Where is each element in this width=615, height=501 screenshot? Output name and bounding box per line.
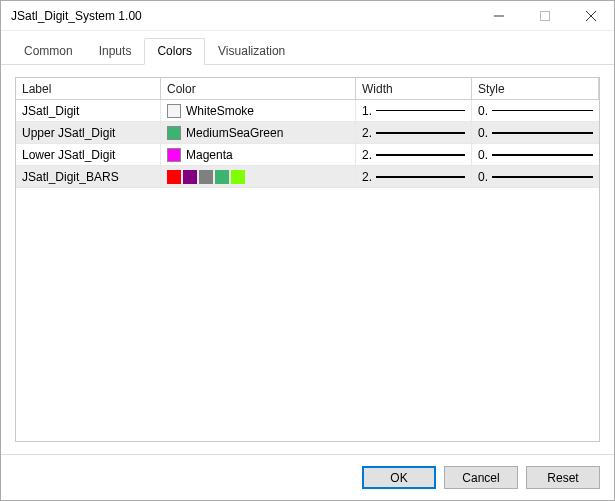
cell-label: JSatl_Digit [16,100,161,121]
cell-color[interactable] [161,166,356,187]
col-header-width[interactable]: Width [356,78,472,99]
cell-style[interactable]: 0. [472,100,599,121]
ok-button[interactable]: OK [362,466,436,489]
style-line-sample [492,154,593,156]
cell-label: Lower JSatl_Digit [16,144,161,165]
color-swatch [167,126,181,140]
style-value: 0. [478,170,488,184]
maximize-icon [522,1,568,30]
color-name: Magenta [186,148,233,162]
tab-content: Label Color Width Style JSatl_DigitWhite… [1,65,614,454]
cell-color[interactable]: MediumSeaGreen [161,122,356,143]
col-header-style[interactable]: Style [472,78,599,99]
minimize-icon[interactable] [476,1,522,30]
titlebar: JSatl_Digit_System 1.00 [1,1,614,31]
style-value: 0. [478,148,488,162]
style-line-sample [492,110,593,111]
cell-label: Upper JSatl_Digit [16,122,161,143]
col-header-color[interactable]: Color [161,78,356,99]
cell-color[interactable]: WhiteSmoke [161,100,356,121]
table-row[interactable]: Lower JSatl_DigitMagenta2.0. [16,144,599,166]
table-row[interactable]: Upper JSatl_DigitMediumSeaGreen2.0. [16,122,599,144]
dialog-window: JSatl_Digit_System 1.00 Common Inputs Co… [0,0,615,501]
width-value: 2. [362,170,372,184]
colors-table: Label Color Width Style JSatl_DigitWhite… [15,77,600,442]
color-name: MediumSeaGreen [186,126,283,140]
svg-rect-1 [541,11,550,20]
cell-style[interactable]: 0. [472,144,599,165]
color-swatch [167,148,181,162]
color-swatch [167,104,181,118]
color-swatch [167,170,181,184]
tab-common[interactable]: Common [11,38,86,65]
window-controls [476,1,614,30]
tab-visualization[interactable]: Visualization [205,38,298,65]
cell-label: JSatl_Digit_BARS [16,166,161,187]
color-swatch [231,170,245,184]
cell-width[interactable]: 2. [356,144,472,165]
tab-inputs[interactable]: Inputs [86,38,145,65]
cancel-button[interactable]: Cancel [444,466,518,489]
width-line-sample [376,154,465,156]
color-swatch [183,170,197,184]
style-line-sample [492,176,593,178]
cell-style[interactable]: 0. [472,166,599,187]
tab-colors[interactable]: Colors [144,38,205,65]
reset-button[interactable]: Reset [526,466,600,489]
width-value: 1. [362,104,372,118]
col-header-label[interactable]: Label [16,78,161,99]
color-swatch [199,170,213,184]
style-value: 0. [478,104,488,118]
width-value: 2. [362,126,372,140]
cell-width[interactable]: 1. [356,100,472,121]
table-header-row: Label Color Width Style [16,78,599,100]
dialog-footer: OK Cancel Reset [1,454,614,500]
style-line-sample [492,132,593,134]
tab-strip: Common Inputs Colors Visualization [1,31,614,65]
width-line-sample [376,176,465,178]
table-row[interactable]: JSatl_Digit_BARS2.0. [16,166,599,188]
cell-width[interactable]: 2. [356,166,472,187]
color-swatch [215,170,229,184]
cell-style[interactable]: 0. [472,122,599,143]
color-name: WhiteSmoke [186,104,254,118]
cell-color[interactable]: Magenta [161,144,356,165]
style-value: 0. [478,126,488,140]
multi-swatch [167,170,245,184]
width-line-sample [376,132,465,134]
close-icon[interactable] [568,1,614,30]
table-row[interactable]: JSatl_DigitWhiteSmoke1.0. [16,100,599,122]
width-line-sample [376,110,465,111]
cell-width[interactable]: 2. [356,122,472,143]
width-value: 2. [362,148,372,162]
window-title: JSatl_Digit_System 1.00 [11,9,476,23]
